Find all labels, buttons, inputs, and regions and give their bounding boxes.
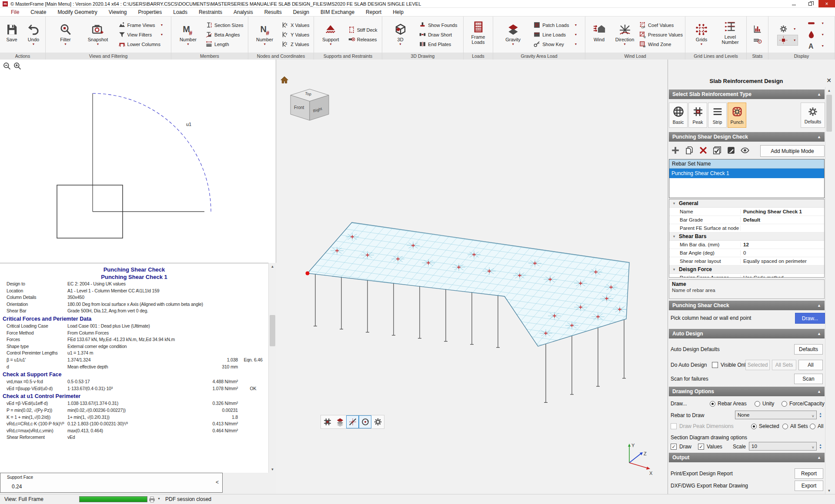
menu-modify-geometry[interactable]: Modify Geometry bbox=[52, 9, 103, 15]
menu-results[interactable]: Results bbox=[259, 9, 287, 15]
section-punching-design-check[interactable]: Punching Shear Design Check▲ bbox=[669, 132, 825, 142]
droplet-button[interactable]: ▼ bbox=[805, 30, 825, 40]
type-punch-button[interactable]: Punch bbox=[728, 103, 746, 128]
display-node-button[interactable]: ▼ bbox=[778, 35, 798, 45]
check-square-button[interactable] bbox=[712, 146, 722, 157]
section-output[interactable]: Output▲ bbox=[669, 453, 825, 462]
auto-design-all-button[interactable]: All bbox=[798, 360, 823, 370]
stiff-deck-button[interactable]: Stiff Deck bbox=[347, 26, 379, 34]
number-button[interactable]: M#Number▼ bbox=[174, 23, 201, 46]
type-basic-button[interactable]: Basic bbox=[669, 103, 688, 128]
report-scrollbar[interactable]: ▲ ▼ bbox=[268, 263, 276, 473]
section-select-type[interactable]: Select Slab Reinforcement Type▲ bbox=[669, 90, 825, 99]
eye-button[interactable] bbox=[740, 146, 750, 157]
property-row-shear-rebar-layout[interactable]: Shear rebar layoutEqually spaced on peri… bbox=[669, 257, 824, 265]
rebar-areas-radio[interactable] bbox=[710, 401, 715, 407]
panel-close-icon[interactable]: ✕ bbox=[826, 77, 832, 84]
edit-square-button[interactable] bbox=[726, 146, 736, 157]
scan-button[interactable]: Scan bbox=[794, 374, 823, 384]
draw-short-button[interactable]: Draw Short bbox=[418, 30, 458, 39]
close-button[interactable]: × bbox=[818, 0, 835, 7]
menu-report[interactable]: Report bbox=[360, 9, 387, 15]
direction-button[interactable]: Direction▼ bbox=[612, 23, 638, 46]
number-button[interactable]: N#Number▼ bbox=[251, 23, 278, 46]
line-loads-button[interactable]: Line Loads▼ bbox=[532, 30, 578, 39]
scale-spinner[interactable]: ▲▼ bbox=[818, 442, 823, 451]
scroll-down-icon[interactable]: ▼ bbox=[269, 466, 276, 473]
layers-button[interactable] bbox=[334, 415, 346, 428]
section-auto-design[interactable]: Auto Design▲ bbox=[669, 329, 825, 338]
property-row-design-force-average[interactable]: Design Force AverageUse Code method bbox=[669, 274, 824, 278]
wind-button[interactable]: Wind bbox=[586, 23, 612, 46]
menu-create[interactable]: Create bbox=[25, 9, 52, 15]
type-peak-button[interactable]: Peak bbox=[688, 103, 707, 128]
property-row-name[interactable]: NamePunching Shear Check 1 bbox=[669, 208, 824, 216]
node-line-button[interactable] bbox=[346, 415, 359, 428]
property-row-bar-angle-deg[interactable]: Bar Angle (deg)0 bbox=[669, 249, 824, 257]
x-values-button[interactable]: XX Values bbox=[280, 21, 311, 29]
filter-button[interactable]: Filter▼ bbox=[52, 23, 79, 46]
red-dash-button[interactable]: ▼ bbox=[805, 18, 825, 28]
export-button[interactable]: Export bbox=[795, 481, 823, 491]
y-values-button[interactable]: YY Values bbox=[280, 30, 311, 39]
copy-button[interactable] bbox=[685, 146, 694, 157]
add-button[interactable] bbox=[671, 146, 680, 157]
peak-selected-radio[interactable] bbox=[751, 424, 757, 429]
frame-loads-button[interactable]: Frame Loads bbox=[465, 20, 492, 49]
mesh-toggle-button[interactable] bbox=[321, 415, 334, 428]
3d-button[interactable]: 3D▼ bbox=[387, 23, 414, 46]
report-button[interactable]: Report bbox=[795, 468, 823, 479]
coef-values-button[interactable]: CPCoef Values bbox=[638, 21, 684, 29]
section-values-checkbox[interactable]: ✓ bbox=[698, 444, 704, 450]
view-cube[interactable]: Top Front Right bbox=[291, 89, 329, 120]
property-row-parent-fe-surface-at-node[interactable]: Parent FE Surface at node bbox=[669, 224, 824, 232]
property-group-shear-bars[interactable]: ▾Shear Bars bbox=[669, 232, 824, 241]
minimize-button[interactable] bbox=[785, 0, 802, 7]
frame-views-button[interactable]: Frame Views▼ bbox=[117, 21, 165, 29]
zoom-in-button[interactable] bbox=[13, 62, 22, 72]
scale-select[interactable]: 10˅ bbox=[749, 442, 817, 451]
draw-button[interactable]: Draw... bbox=[795, 313, 825, 324]
scroll-up-icon[interactable]: ▲ bbox=[269, 263, 276, 270]
show-key-button[interactable]: Show Key▼ bbox=[532, 40, 578, 48]
visible-only-checkbox[interactable] bbox=[712, 362, 718, 368]
unity-radio[interactable] bbox=[755, 401, 760, 407]
collapse-button[interactable]: < bbox=[216, 479, 219, 485]
add-multiple-mode-button[interactable]: Add Multiple Mode bbox=[760, 145, 825, 157]
section-drawing-options[interactable]: Drawing Options▲ bbox=[669, 387, 825, 396]
zoom-out-button[interactable] bbox=[3, 62, 11, 72]
view-filters-button[interactable]: View Filters▼ bbox=[117, 30, 165, 39]
type-strip-button[interactable]: Strip bbox=[708, 103, 727, 128]
end-plates-button[interactable]: End Plates bbox=[418, 40, 458, 48]
rebar-to-draw-spinner[interactable]: ▲▼ bbox=[818, 411, 823, 419]
panel-scrollbar[interactable]: ▲ ▼ bbox=[825, 87, 833, 494]
draw-peak-dimensions-checkbox[interactable] bbox=[671, 423, 677, 429]
menu-bim-exchange[interactable]: BIM Exchange bbox=[315, 9, 360, 15]
scroll-down-icon[interactable]: ▼ bbox=[825, 487, 833, 494]
selected-node-marker[interactable] bbox=[306, 272, 310, 275]
printer-button[interactable] bbox=[148, 496, 156, 504]
property-group-deisgn-force[interactable]: ▾Deisgn Force bbox=[669, 265, 824, 274]
menu-restraints[interactable]: Restraints bbox=[193, 9, 228, 15]
auto-design-all-sets-button[interactable]: All Sets bbox=[772, 360, 796, 370]
stats-info-button[interactable]: i bbox=[752, 35, 763, 45]
stats-chart-button[interactable] bbox=[752, 24, 763, 34]
maximize-button[interactable] bbox=[802, 0, 818, 7]
section-draw-checkbox[interactable]: ✓ bbox=[671, 444, 677, 450]
2d-detail-canvas[interactable]: u1 bbox=[0, 60, 276, 263]
gear-button[interactable]: ▼ bbox=[778, 24, 798, 34]
viewport-settings-button[interactable] bbox=[371, 415, 384, 428]
3d-viewport[interactable]: Top Front Right Y Z X bbox=[276, 60, 668, 494]
property-group-general[interactable]: ▾General bbox=[669, 199, 824, 208]
menu-properties[interactable]: Properties bbox=[133, 9, 168, 15]
auto-design-selected-button[interactable]: Selected bbox=[745, 360, 770, 370]
section-punching-shear-check[interactable]: Punching Shear Check▲ bbox=[669, 301, 825, 310]
force-capacity-radio[interactable] bbox=[782, 401, 787, 407]
property-grid[interactable]: ▾GeneralNamePunching Shear Check 1Bar Gr… bbox=[669, 199, 825, 278]
support-button[interactable]: Support▼ bbox=[317, 23, 344, 46]
patch-loads-button[interactable]: Patch Loads▼ bbox=[532, 21, 578, 29]
scroll-up-icon[interactable]: ▲ bbox=[825, 87, 833, 94]
home-view-button[interactable] bbox=[280, 75, 289, 86]
section-sizes-button[interactable]: Section Sizes bbox=[204, 21, 245, 29]
z-values-button[interactable]: ZZ Values bbox=[280, 40, 311, 48]
